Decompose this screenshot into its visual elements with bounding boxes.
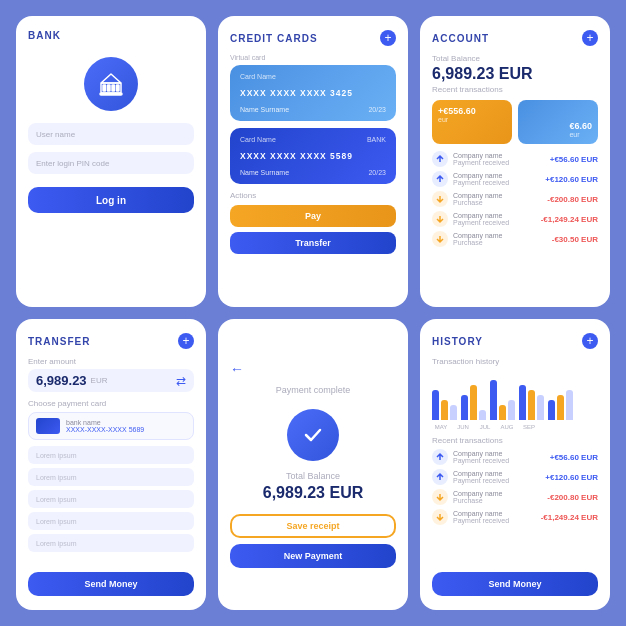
choose-payment-label: Choose payment card <box>28 399 194 408</box>
tx-amount: +€120.60 EUR <box>545 175 598 184</box>
transfer-currency: EUR <box>91 376 108 385</box>
bar-light <box>508 400 515 420</box>
total-balance-label: Total Balance <box>432 54 598 63</box>
tx-desc: Payment received <box>453 179 540 186</box>
history-screen: HISTORY + Transaction history MAYJUNJULA… <box>420 319 610 610</box>
bar-light <box>537 395 544 420</box>
svg-rect-2 <box>108 85 111 91</box>
account-mini-cards: +€556.60 eur €6.60 eur <box>432 100 598 144</box>
transfer-button[interactable]: Transfer <box>230 232 396 254</box>
tx-info: Company namePurchase <box>453 490 542 504</box>
bar-gold <box>528 390 535 420</box>
bar-blue <box>490 380 497 420</box>
chart-group <box>490 380 515 420</box>
tx-info: Company namePayment received <box>453 510 536 524</box>
chart-group <box>461 385 486 420</box>
mini-card-blue-sub: eur <box>569 131 592 138</box>
login-button[interactable]: Log in <box>28 187 194 213</box>
transfer-input-field[interactable]: Lorem ipsum <box>28 468 194 486</box>
back-button[interactable]: ← <box>230 361 244 377</box>
transaction-row: Company namePurchase-€200.80 EUR <box>432 191 598 207</box>
bar-light <box>479 410 486 420</box>
transfer-amount: 6,989.23 <box>36 373 87 388</box>
actions-label: Actions <box>230 191 396 200</box>
amount-row: 6,989.23 EUR ⇄ <box>28 369 194 392</box>
chart-group <box>519 385 544 420</box>
bank-card-name-label: Card Name <box>240 136 276 143</box>
payment-card-info: bank name XXXX-XXXX-XXXX 5689 <box>66 419 186 433</box>
chart-month-label: SEP <box>520 424 538 430</box>
tx-company: Company name <box>453 172 540 179</box>
virtual-card: Card Name XXXX XXXX XXXX 3425 Name Surna… <box>230 65 396 121</box>
tx-amount: +€56.60 EUR <box>550 155 598 164</box>
account-add-button[interactable]: + <box>582 30 598 46</box>
bank-card: Card Name BANK XXXX XXXX XXXX 5589 Name … <box>230 128 396 184</box>
mini-card-blue: €6.60 eur <box>518 100 598 144</box>
complete-balance: 6,989.23 EUR <box>263 484 364 502</box>
chart-group <box>548 390 573 420</box>
tx-amount: -€200.80 EUR <box>547 493 598 502</box>
svg-rect-1 <box>103 85 106 91</box>
history-send-money-button[interactable]: Send Money <box>432 572 598 596</box>
save-receipt-button[interactable]: Save receipt <box>230 514 396 538</box>
transaction-row: Company namePayment received-€1,249.24 E… <box>432 509 598 525</box>
transfer-input-field[interactable]: Lorem ipsum <box>28 446 194 464</box>
history-add-button[interactable]: + <box>582 333 598 349</box>
svg-rect-6 <box>100 93 122 95</box>
pay-icon <box>432 489 448 505</box>
enter-amount-label: Enter amount <box>28 357 194 366</box>
tx-info: Company namePayment received <box>453 212 536 226</box>
transfer-screen: TRANSFER + Enter amount 6,989.23 EUR ⇄ C… <box>16 319 206 610</box>
tx-company: Company name <box>453 490 542 497</box>
pay-icon <box>432 191 448 207</box>
pay-icon <box>432 231 448 247</box>
bank-logo-wrap <box>28 57 194 111</box>
username-field[interactable]: User name <box>28 123 194 145</box>
chart-month-label: JUN <box>454 424 472 430</box>
tx-amount: +€56.60 EUR <box>550 453 598 462</box>
receive-icon <box>432 171 448 187</box>
history-title: HISTORY <box>432 336 483 347</box>
pay-icon <box>432 509 448 525</box>
pin-field[interactable]: Enter login PIN code <box>28 152 194 174</box>
transfer-input-field[interactable]: Lorem ipsum <box>28 490 194 508</box>
bank-card-number: XXXX XXXX XXXX 5589 <box>240 151 386 161</box>
transfer-input-field[interactable]: Lorem ipsum <box>28 512 194 530</box>
tx-info: Company namePayment received <box>453 450 545 464</box>
chart-month-label: AUG <box>498 424 516 430</box>
new-payment-button[interactable]: New Payment <box>230 544 396 568</box>
virtual-card-surname: Name Surname <box>240 106 289 113</box>
credit-cards-title: CREDIT CARDS <box>230 33 318 44</box>
transaction-row: Company namePayment received+€120.60 EUR <box>432 171 598 187</box>
tx-company: Company name <box>453 152 545 159</box>
bar-gold <box>557 395 564 420</box>
tx-desc: Payment received <box>453 517 536 524</box>
tx-desc: Payment received <box>453 457 545 464</box>
tx-amount: -€30.50 EUR <box>552 235 598 244</box>
bar-gold <box>441 400 448 420</box>
bank-card-label: BANK <box>367 136 386 143</box>
bar-gold <box>499 405 506 420</box>
account-recent-label: Recent transactions <box>432 85 598 94</box>
pay-icon <box>432 211 448 227</box>
transfer-input-field[interactable]: Lorem ipsum <box>28 534 194 552</box>
tx-info: Company namePurchase <box>453 232 547 246</box>
send-money-button[interactable]: Send Money <box>28 572 194 596</box>
chart-container: MAYJUNJULAUGSEP <box>432 370 598 436</box>
history-recent-label: Recent transactions <box>432 436 598 445</box>
tx-company: Company name <box>453 232 547 239</box>
svg-marker-5 <box>101 74 121 83</box>
account-title: ACCOUNT <box>432 33 489 44</box>
payment-card-icon <box>36 418 60 434</box>
tx-amount: -€200.80 EUR <box>547 195 598 204</box>
pay-button[interactable]: Pay <box>230 205 396 227</box>
payment-complete-label: Payment complete <box>276 385 351 395</box>
transaction-row: Company namePayment received+€56.60 EUR <box>432 449 598 465</box>
bank-screen: BANK User name Enter login PIN code Log … <box>16 16 206 307</box>
transaction-row: Company namePurchase-€200.80 EUR <box>432 489 598 505</box>
transfer-add-button[interactable]: + <box>178 333 194 349</box>
complete-check-icon <box>287 409 339 461</box>
account-transactions: Company namePayment received+€56.60 EURC… <box>432 151 598 251</box>
payment-card-row[interactable]: bank name XXXX-XXXX-XXXX 5689 <box>28 412 194 440</box>
add-card-button[interactable]: + <box>380 30 396 46</box>
